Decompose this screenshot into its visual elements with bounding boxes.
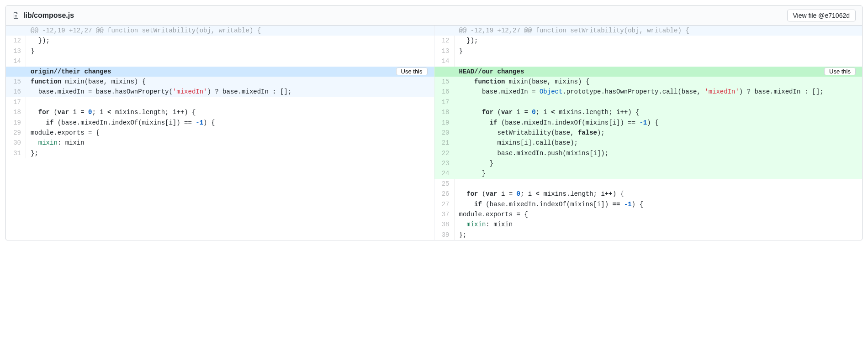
line-number: 14 [6, 56, 26, 66]
code-row: 12 }); [6, 36, 434, 46]
code-row: 14 [6, 56, 434, 66]
line-number: 16 [434, 87, 455, 97]
code-row: 19 if (base.mixedIn.indexOf(mixins[i]) =… [6, 118, 434, 128]
diff-container: lib/compose.js View file @e71062d @@ -12… [5, 5, 863, 240]
line-number: 22 [434, 148, 455, 158]
code-cell: } [455, 46, 863, 56]
code-row: 37module.exports = { [434, 209, 863, 219]
svg-rect-1 [15, 16, 17, 16]
code-row: 17 [434, 97, 863, 107]
code-cell: mixin: mixin [455, 219, 863, 229]
conflict-header-origin: origin//their changes Use this [6, 67, 434, 77]
code-row: 38 mixin: mixin [434, 219, 863, 229]
use-this-head-button[interactable]: Use this [824, 68, 856, 75]
diff-pane-right: @@ -12,19 +12,27 @@ function setWritabil… [434, 26, 863, 240]
code-row: 21 mixins[i].call(base); [434, 138, 863, 148]
code-cell: base.mixedIn = base.hasOwnProperty('mixe… [26, 87, 434, 97]
line-number: 15 [6, 77, 26, 87]
head-label: HEAD//our changes [459, 67, 524, 77]
line-number: 20 [434, 128, 455, 138]
code-row: 20 setWritability(base, false); [434, 128, 863, 138]
code-row: 15function mixin(base, mixins) { [6, 77, 434, 87]
use-this-origin-button[interactable]: Use this [396, 68, 428, 75]
code-cell: for (var i = 0; i < mixins.length; i++) … [455, 189, 863, 199]
code-row: 30 mixin: mixin [6, 138, 434, 148]
code-cell: }; [455, 230, 863, 240]
diff-body: @@ -12,19 +12,27 @@ function setWritabil… [6, 26, 862, 240]
code-cell [26, 56, 434, 66]
line-number: 14 [434, 56, 455, 66]
code-cell [455, 56, 863, 66]
right-head-block: 15 function mixin(base, mixins) {16 base… [434, 77, 863, 179]
code-cell: if (base.mixedIn.indexOf(mixins[i]) == -… [26, 118, 434, 128]
hunk-header-left: @@ -12,19 +12,27 @@ function setWritabil… [6, 26, 434, 36]
line-number: 37 [434, 209, 455, 219]
code-row: 13} [6, 46, 434, 56]
diff-pane-left: @@ -12,19 +12,27 @@ function setWritabil… [6, 26, 434, 240]
file-header: lib/compose.js View file @e71062d [6, 6, 862, 26]
code-row: 17 [6, 97, 434, 107]
code-row: 27 if (base.mixedIn.indexOf(mixins[i]) =… [434, 199, 863, 209]
code-cell: mixin: mixin [26, 138, 434, 148]
svg-rect-2 [15, 17, 17, 17]
code-row: 23 } [434, 158, 863, 168]
right-common-top: 12 });13}14 [434, 36, 863, 66]
line-number: 27 [434, 199, 455, 209]
hunk-header-right: @@ -12,19 +12,27 @@ function setWritabil… [434, 26, 863, 36]
line-number: 17 [434, 97, 455, 107]
code-row: 16 base.mixedIn = Object.prototype.hasOw… [434, 87, 863, 97]
line-number: 31 [6, 148, 26, 158]
code-cell: for (var i = 0; i < mixins.length; i++) … [26, 107, 434, 117]
line-number: 16 [6, 87, 26, 97]
line-number: 17 [6, 97, 26, 107]
code-cell: }; [26, 148, 434, 158]
code-row: 12 }); [434, 36, 863, 46]
right-tail: 2526 for (var i = 0; i < mixins.length; … [434, 179, 863, 240]
code-cell: base.mixedIn = Object.prototype.hasOwnPr… [455, 87, 863, 97]
code-row: 19 if (base.mixedIn.indexOf(mixins[i]) =… [434, 118, 863, 128]
code-row: 22 base.mixedIn.push(mixins[i]); [434, 148, 863, 158]
code-row: 15 function mixin(base, mixins) { [434, 77, 863, 87]
code-cell [26, 97, 434, 107]
line-number: 30 [6, 138, 26, 148]
origin-label: origin//their changes [31, 67, 111, 77]
code-cell [455, 179, 863, 189]
conflict-header-head: HEAD//our changes Use this [434, 67, 863, 77]
line-number: 12 [6, 36, 26, 46]
code-row: 13} [434, 46, 863, 56]
code-row: 18 for (var i = 0; i < mixins.length; i+… [434, 107, 863, 117]
line-number: 25 [434, 179, 455, 189]
line-number: 24 [434, 168, 455, 178]
code-cell: if (base.mixedIn.indexOf(mixins[i]) == -… [455, 118, 863, 128]
code-row: 26 for (var i = 0; i < mixins.length; i+… [434, 189, 863, 199]
code-row: 24 } [434, 168, 863, 178]
line-number: 19 [434, 118, 455, 128]
code-cell: }); [26, 36, 434, 46]
code-cell: function mixin(base, mixins) { [455, 77, 863, 87]
code-row: 39}; [434, 230, 863, 240]
line-number: 39 [434, 230, 455, 240]
code-cell: if (base.mixedIn.indexOf(mixins[i]) == -… [455, 199, 863, 209]
code-cell: module.exports = { [26, 128, 434, 138]
code-cell: for (var i = 0; i < mixins.length; i++) … [455, 107, 863, 117]
line-number: 15 [434, 77, 455, 87]
line-number: 19 [6, 118, 26, 128]
line-number: 13 [434, 46, 455, 56]
code-cell: setWritability(base, false); [455, 128, 863, 138]
code-row: 29module.exports = { [6, 128, 434, 138]
file-header-left: lib/compose.js [12, 11, 74, 20]
code-cell: module.exports = { [455, 209, 863, 219]
code-row: 25 [434, 179, 863, 189]
line-number: 26 [434, 189, 455, 199]
view-file-button[interactable]: View file @e71062d [787, 10, 856, 21]
code-row: 18 for (var i = 0; i < mixins.length; i+… [6, 107, 434, 117]
svg-rect-0 [15, 15, 17, 16]
line-number: 29 [6, 128, 26, 138]
line-number: 38 [434, 219, 455, 229]
line-number: 23 [434, 158, 455, 168]
code-row: 16 base.mixedIn = base.hasOwnProperty('m… [6, 87, 434, 97]
line-number: 18 [434, 107, 455, 117]
line-number: 13 [6, 46, 26, 56]
code-cell: mixins[i].call(base); [455, 138, 863, 148]
code-cell: } [26, 46, 434, 56]
